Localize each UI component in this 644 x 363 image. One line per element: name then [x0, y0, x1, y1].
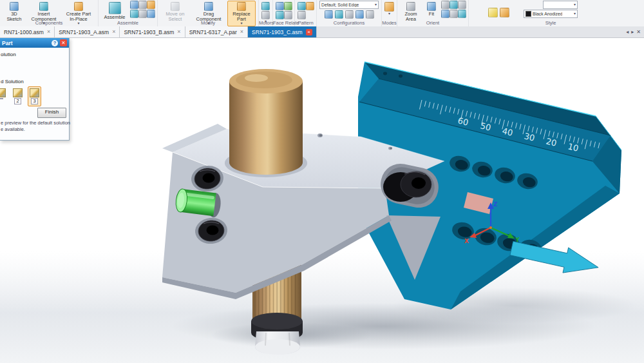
configuration-tool-icon[interactable] — [366, 10, 374, 19]
drag-component-icon — [204, 2, 213, 11]
face-relate-tool-icon[interactable] — [276, 11, 284, 19]
annotation-note-icon[interactable] — [488, 8, 498, 17]
floor-shadow — [0, 251, 644, 363]
tab-srn71-1903-c-active[interactable]: SRN71-1903_C.asm × — [248, 26, 316, 37]
tab-scroll-right-icon[interactable]: ▸ — [631, 29, 634, 35]
tab-navigation: ◂ ▸ ✕ — [623, 26, 644, 37]
face-relate-tool-icon[interactable] — [284, 11, 292, 19]
orient-tool-icon[interactable] — [450, 1, 458, 9]
style-swatch — [526, 11, 531, 17]
finish-button[interactable]: Finish — [37, 108, 66, 118]
solution-option-partial[interactable] — [0, 86, 8, 106]
configuration-tool-icon[interactable] — [345, 10, 354, 19]
assemble-tool-icon[interactable] — [130, 10, 138, 18]
panel-note-line2: e available. — [1, 126, 70, 133]
tab-label: RN71-1000.asm — [4, 29, 44, 35]
panel-header[interactable]: Part ? ✕ — [0, 38, 69, 48]
motor-tool-icon[interactable] — [261, 11, 270, 19]
replace-part-icon — [237, 2, 246, 11]
face-style-combo[interactable]: Black Anodized ▾ — [524, 10, 578, 18]
face-relate-tool-icon[interactable] — [276, 2, 284, 10]
tab-srn71-1903-b[interactable]: SRN71-1903_B.asm × — [120, 26, 185, 37]
panel-title: Part — [2, 40, 13, 46]
panel-solution-text: d Solution — [1, 79, 24, 84]
assemble-tool-icon[interactable] — [138, 1, 147, 9]
pattern-tool-icon[interactable] — [298, 11, 306, 19]
solution-number: 3 — [31, 98, 37, 104]
brass-pin-top[interactable] — [229, 69, 303, 175]
assemble-icon — [109, 2, 121, 14]
tab-close-icon[interactable]: × — [240, 29, 243, 35]
tab-srn71-1903-a[interactable]: SRN71-1903_A.asm × — [55, 26, 120, 37]
configuration-tool-icon[interactable] — [325, 10, 333, 19]
ribbon-group-orient: Zoom Area Fit Orient — [397, 0, 469, 26]
solution-option-3-selected[interactable]: 3 — [28, 86, 41, 106]
group-label-modes: Modes — [382, 20, 397, 26]
configuration-combo[interactable]: Default; Solid Edge ▾ — [319, 1, 379, 9]
tab-scroll-left-icon[interactable]: ◂ — [626, 29, 629, 35]
orient-tool-icon[interactable] — [458, 1, 466, 9]
ribbon-group-assemble: Assemble Assemble — [99, 0, 158, 26]
orient-tool-icon[interactable] — [450, 10, 458, 18]
chevron-down-icon: ▾ — [574, 3, 576, 6]
tab-close-icon[interactable]: × — [47, 29, 50, 35]
solution-part-icon — [30, 88, 39, 97]
ribbon: 3D Sketch Insert Component ▾ Create Part… — [0, 0, 644, 27]
panel-close-icon[interactable]: ✕ — [60, 39, 67, 46]
chevron-down-icon: ▾ — [388, 12, 390, 15]
assemble-tool-icon[interactable] — [147, 1, 155, 9]
help-icon[interactable]: ? — [52, 40, 58, 46]
ribbon-spacer — [469, 0, 486, 26]
document-tabbar: RN71-1000.asm × SRN71-1903_A.asm × SRN71… — [0, 26, 644, 38]
panel-note-line1: e preview for the default solution — [1, 120, 70, 126]
fit-icon — [427, 2, 436, 11]
orient-tool-icon[interactable] — [441, 10, 450, 18]
tabbar-close-icon[interactable]: ✕ — [636, 29, 641, 35]
fit-label: Fit — [429, 12, 434, 17]
solution-number: 2 — [14, 98, 21, 104]
motor-tool-icon[interactable] — [261, 2, 270, 10]
assemble-tool-icon[interactable] — [130, 1, 138, 9]
tab-srn71-6317-a[interactable]: SRN71-6317_A.par × — [185, 26, 248, 37]
face-style-value: Black Anodized — [533, 12, 562, 16]
ribbon-group-modes: ▾ Modes — [382, 0, 397, 26]
solution-part-icon — [13, 88, 23, 97]
group-label-orient: Orient — [397, 20, 468, 26]
chevron-down-icon: ▾ — [375, 3, 377, 6]
tab-close-icon[interactable]: × — [112, 29, 115, 35]
tab-srn71-1000[interactable]: RN71-1000.asm × — [0, 26, 55, 37]
svg-text:Y: Y — [515, 237, 520, 243]
fit-button[interactable]: Fit — [424, 1, 439, 18]
tab-close-icon[interactable]: × — [177, 29, 180, 35]
solution-option-2[interactable]: 2 — [11, 86, 24, 106]
group-label-pattern: Pattern — [295, 20, 316, 26]
face-relate-tool-icon[interactable] — [284, 2, 292, 10]
zoom-area-icon — [406, 2, 415, 11]
tab-label: SRN71-1903_B.asm — [124, 29, 174, 35]
insert-component-icon — [39, 2, 48, 11]
tab-label: SRN71-6317_A.par — [189, 29, 237, 35]
ribbon-group-pattern: Pattern — [295, 0, 317, 26]
ribbon-group-components: 3D Sketch Insert Component ▾ Create Part… — [0, 0, 99, 26]
solution-number — [0, 98, 3, 99]
quick-style-combo[interactable]: ▾ — [543, 1, 578, 9]
group-label-configurations: Configurations — [317, 20, 381, 26]
replace-part-panel: Part ? ✕ olution d Solution 2 3 Finish e… — [0, 37, 70, 141]
group-label-components: Components — [0, 20, 98, 26]
assemble-tool-icon[interactable] — [138, 10, 147, 18]
tab-label: SRN71-1903_A.asm — [59, 29, 109, 35]
configuration-tool-icon[interactable] — [355, 10, 364, 19]
orient-tool-icon[interactable] — [441, 1, 450, 9]
configuration-tool-icon[interactable] — [335, 10, 343, 19]
pattern-tool-icon[interactable] — [298, 2, 306, 10]
chevron-down-icon: ▾ — [574, 12, 576, 15]
tab-close-icon[interactable]: × — [306, 29, 312, 35]
tab-label: SRN71-1903_C.asm — [252, 29, 302, 35]
pattern-tool-icon[interactable] — [306, 2, 314, 10]
orient-tool-icon[interactable] — [458, 10, 466, 18]
viewport-3d[interactable]: 60 50 40 30 20 10 — [0, 0, 644, 363]
modes-tool-icon[interactable] — [384, 2, 394, 12]
component-box-icon[interactable] — [500, 8, 509, 17]
assemble-tool-icon[interactable] — [147, 10, 155, 18]
assemble-button[interactable]: Assemble — [101, 1, 128, 21]
